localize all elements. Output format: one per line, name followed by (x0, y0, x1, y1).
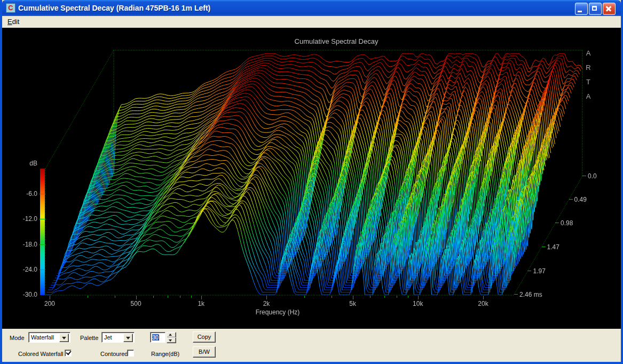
minimize-button[interactable] (575, 3, 588, 15)
mode-dropdown-arrow-icon[interactable] (59, 334, 69, 342)
close-button[interactable] (603, 3, 616, 15)
contoured-label: Contoured (100, 351, 128, 357)
csd-waterfall-canvas (2, 28, 621, 329)
range-spinner[interactable] (167, 332, 176, 343)
palette-label: Palette (80, 335, 98, 341)
palette-dropdown-arrow-icon[interactable] (123, 334, 133, 342)
app-icon: C (6, 3, 15, 13)
maximize-icon (592, 6, 597, 11)
range-value: 30 (152, 334, 159, 341)
bw-button[interactable]: B/W (193, 346, 216, 358)
mode-value: Waterfall (31, 334, 54, 341)
mode-combobox[interactable]: Waterfall (28, 332, 70, 343)
colored-waterfall-label: Colored Waterfall (18, 351, 64, 357)
app-window: C Cumulative Spectral Decay (Radian 475P… (0, 0, 623, 364)
minimize-icon (578, 11, 582, 12)
range-label: Range(dB) (151, 351, 179, 357)
title-bar[interactable]: C Cumulative Spectral Decay (Radian 475P… (2, 0, 621, 16)
control-panel: Mode Waterfall Palette Jet 30 Range(dB) … (2, 329, 621, 362)
copy-button[interactable]: Copy (193, 331, 216, 343)
menu-item-edit[interactable]: Edit (2, 16, 23, 26)
menu-bar: Edit (2, 16, 621, 28)
range-input[interactable]: 30 (150, 332, 165, 343)
maximize-button[interactable] (589, 3, 602, 15)
palette-combobox[interactable]: Jet (101, 332, 135, 343)
palette-value: Jet (104, 334, 112, 341)
contoured-checkbox[interactable] (127, 350, 134, 357)
mode-label: Mode (10, 335, 25, 341)
colored-waterfall-checkbox[interactable] (65, 350, 72, 357)
spinner-down-button[interactable] (167, 337, 176, 343)
plot-area (2, 28, 621, 329)
window-title: Cumulative Spectral Decay (Radian 475PB-… (18, 4, 210, 12)
